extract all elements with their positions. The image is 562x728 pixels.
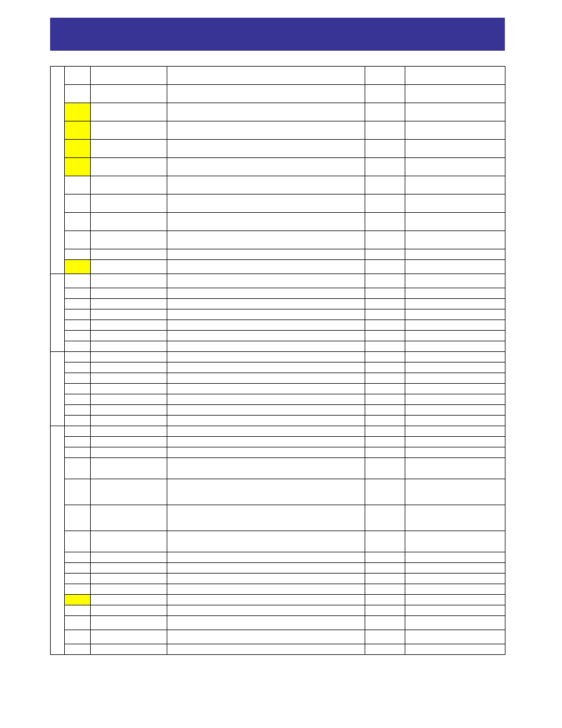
cell-col3	[91, 309, 167, 320]
cell-col6	[405, 274, 505, 288]
cell-col2	[65, 373, 91, 384]
cell-col3	[91, 458, 167, 479]
cell-col2	[65, 213, 91, 231]
cell-col4	[167, 176, 365, 195]
cell-col5	[365, 299, 405, 309]
cell-col2	[65, 121, 91, 140]
cell-col6	[405, 644, 505, 655]
table-row	[51, 121, 505, 140]
cell-col4	[167, 479, 365, 505]
cell-col5	[365, 644, 405, 655]
header-banner	[50, 18, 505, 51]
cell-col2	[65, 341, 91, 352]
cell-col4	[167, 531, 365, 552]
table-row	[51, 213, 505, 231]
cell-col6	[405, 616, 505, 630]
cell-col3	[91, 67, 167, 85]
cell-col5	[365, 630, 405, 644]
cell-col5	[365, 341, 405, 352]
cell-col5	[365, 195, 405, 213]
cell-col4	[167, 373, 365, 384]
table-row	[51, 260, 505, 274]
cell-col4	[167, 384, 365, 394]
cell-col5	[365, 260, 405, 274]
cell-col5	[365, 213, 405, 231]
cell-col3	[91, 299, 167, 309]
cell-col6	[405, 373, 505, 384]
cell-col5	[365, 158, 405, 176]
cell-col3	[91, 595, 167, 605]
cell-col6	[405, 309, 505, 320]
cell-col3	[91, 231, 167, 249]
group-cell	[51, 274, 65, 352]
cell-col2	[65, 416, 91, 426]
cell-col3	[91, 630, 167, 644]
cell-col3	[91, 394, 167, 405]
cell-col5	[365, 437, 405, 447]
table-row	[51, 595, 505, 605]
cell-col5	[365, 320, 405, 331]
cell-col2	[65, 405, 91, 416]
table-row	[51, 458, 505, 479]
table-row	[51, 231, 505, 249]
cell-col2	[65, 384, 91, 394]
cell-col4	[167, 644, 365, 655]
table-row	[51, 67, 505, 85]
cell-col5	[365, 416, 405, 426]
cell-col6	[405, 260, 505, 274]
cell-col3	[91, 140, 167, 158]
cell-col4	[167, 299, 365, 309]
cell-col6	[405, 320, 505, 331]
cell-col6	[405, 595, 505, 605]
cell-col3	[91, 605, 167, 616]
cell-col5	[365, 447, 405, 458]
cell-col2	[65, 260, 91, 274]
cell-col2	[65, 158, 91, 176]
cell-col5	[365, 331, 405, 341]
table-row	[51, 158, 505, 176]
table-row	[51, 274, 505, 288]
cell-col2	[65, 531, 91, 552]
cell-col2	[65, 195, 91, 213]
table-row	[51, 605, 505, 616]
table-row	[51, 531, 505, 552]
cell-col6	[405, 531, 505, 552]
table-row	[51, 616, 505, 630]
cell-col2	[65, 352, 91, 363]
table-row	[51, 331, 505, 341]
cell-col6	[405, 416, 505, 426]
table-row	[51, 630, 505, 644]
group-cell	[51, 426, 65, 655]
cell-col3	[91, 574, 167, 584]
cell-col5	[365, 67, 405, 85]
cell-col3	[91, 616, 167, 630]
cell-col5	[365, 531, 405, 552]
cell-col3	[91, 320, 167, 331]
cell-col4	[167, 437, 365, 447]
cell-col5	[365, 405, 405, 416]
cell-col4	[167, 231, 365, 249]
cell-col3	[91, 563, 167, 574]
cell-col3	[91, 341, 167, 352]
cell-col4	[167, 505, 365, 531]
cell-col6	[405, 140, 505, 158]
table-row	[51, 352, 505, 363]
cell-col4	[167, 405, 365, 416]
cell-col3	[91, 584, 167, 595]
cell-col5	[365, 274, 405, 288]
cell-col2	[65, 103, 91, 121]
cell-col6	[405, 352, 505, 363]
cell-col3	[91, 121, 167, 140]
cell-col3	[91, 363, 167, 373]
cell-col3	[91, 158, 167, 176]
cell-col6	[405, 479, 505, 505]
cell-col2	[65, 616, 91, 630]
cell-col6	[405, 288, 505, 299]
cell-col5	[365, 373, 405, 384]
cell-col6	[405, 213, 505, 231]
cell-col3	[91, 331, 167, 341]
cell-col4	[167, 563, 365, 574]
cell-col5	[365, 552, 405, 563]
cell-col5	[365, 309, 405, 320]
table-row	[51, 249, 505, 260]
